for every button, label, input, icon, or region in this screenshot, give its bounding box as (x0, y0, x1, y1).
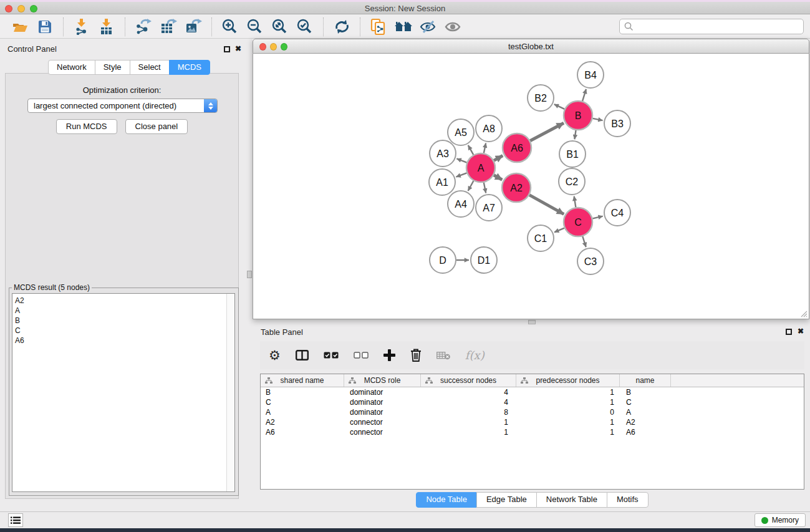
result-item[interactable]: B (12, 316, 234, 326)
control-panel-float-icon[interactable] (224, 46, 230, 52)
show-all-icon[interactable] (441, 16, 466, 37)
zoom-fit-icon[interactable] (268, 16, 292, 37)
table-row[interactable]: Adominator80A (261, 407, 804, 417)
edge-A-A1[interactable] (456, 173, 467, 177)
result-item[interactable]: A6 (12, 336, 234, 346)
tab-select[interactable]: Select (130, 60, 170, 75)
export-network-icon[interactable] (131, 16, 156, 37)
graph-node-C1[interactable]: C1 (528, 225, 554, 251)
tab-style[interactable]: Style (95, 60, 130, 75)
graph-node-A7[interactable]: A7 (476, 195, 502, 221)
split-view-icon[interactable] (296, 345, 309, 366)
tab-network[interactable]: Network (48, 60, 95, 75)
vertical-splitter-handle[interactable] (247, 271, 252, 278)
edge-C-C4[interactable] (592, 216, 602, 219)
edge-A-A2[interactable] (494, 175, 502, 180)
tab-network-table[interactable]: Network Table (536, 492, 607, 508)
unselect-all-icon[interactable] (354, 345, 369, 366)
graph-node-B4[interactable]: B4 (577, 62, 604, 88)
export-image-icon[interactable] (181, 16, 206, 37)
edge-A-A5[interactable] (468, 145, 474, 155)
graph-node-C3[interactable]: C3 (577, 248, 604, 274)
tab-edge-table[interactable]: Edge Table (476, 492, 537, 508)
zoom-in-icon[interactable] (218, 16, 243, 37)
edge-C-C3[interactable] (582, 236, 586, 247)
run-mcds-button[interactable]: Run MCDS (56, 119, 117, 134)
graph-node-B2[interactable]: B2 (528, 85, 554, 111)
edge-A6-B[interactable] (530, 123, 564, 141)
edge-C-C1[interactable] (554, 228, 564, 233)
graph-node-C[interactable]: C (564, 208, 592, 236)
horizontal-splitter-handle[interactable] (528, 320, 536, 324)
criterion-select[interactable]: largest connected component (directed) (27, 99, 218, 113)
zoom-out-icon[interactable] (243, 16, 268, 37)
memory-button[interactable]: Memory (755, 513, 806, 527)
hide-selected-icon[interactable] (416, 16, 441, 37)
add-column-icon[interactable] (383, 345, 395, 366)
copy-network-icon[interactable] (366, 16, 391, 37)
graph-node-A[interactable]: A (466, 153, 495, 182)
table-row[interactable]: Bdominator41B (261, 387, 804, 397)
graph-node-A1[interactable]: A1 (429, 169, 455, 195)
edge-A-A6[interactable] (494, 156, 503, 161)
column-header-name[interactable]: name (620, 374, 671, 387)
resize-grip[interactable] (799, 309, 808, 317)
result-item[interactable]: A2 (12, 296, 234, 306)
refresh-layout-icon[interactable] (329, 16, 354, 37)
edge-A-A4[interactable] (468, 181, 474, 191)
import-table-icon[interactable] (94, 16, 119, 37)
table-row[interactable]: A2connector11A2 (261, 417, 804, 427)
edge-C-C2[interactable] (574, 196, 576, 208)
close-panel-button[interactable]: Close panel (125, 119, 188, 134)
graph-node-A5[interactable]: A5 (448, 119, 474, 145)
graph-node-D1[interactable]: D1 (471, 247, 497, 273)
tab-motifs[interactable]: Motifs (607, 492, 648, 508)
zoom-selected-icon[interactable] (292, 16, 317, 37)
edge-A2-C[interactable] (529, 195, 564, 215)
control-panel-close-icon[interactable]: ✖ (235, 46, 241, 52)
graph-node-A3[interactable]: A3 (430, 140, 456, 167)
table-row[interactable]: Cdominator41C (261, 397, 804, 407)
graph-node-B3[interactable]: B3 (604, 110, 630, 137)
search-input[interactable] (637, 22, 803, 31)
column-header-predecessor-nodes[interactable]: predecessor nodes (516, 374, 620, 387)
graph-node-C4[interactable]: C4 (604, 200, 630, 226)
result-item[interactable]: A (12, 306, 234, 316)
result-item[interactable]: C (12, 326, 234, 336)
graph-node-A8[interactable]: A8 (476, 115, 502, 142)
search-field[interactable] (619, 19, 804, 34)
table-header-row[interactable]: shared nameMCDS rolesuccessor nodesprede… (261, 374, 804, 387)
column-header-MCDS-role[interactable]: MCDS role (344, 374, 421, 387)
edge-B-B1[interactable] (574, 130, 576, 139)
graph-node-A4[interactable]: A4 (448, 191, 474, 217)
gear-icon[interactable]: ⚙ (269, 345, 281, 366)
graph-node-B1[interactable]: B1 (559, 141, 586, 167)
column-header-shared-name[interactable]: shared name (261, 374, 344, 387)
graph-node-A6[interactable]: A6 (503, 133, 531, 162)
result-scrollbar[interactable] (226, 294, 234, 491)
edge-A-A3[interactable] (456, 158, 466, 162)
tab-node-table[interactable]: Node Table (416, 492, 477, 508)
edge-B-B4[interactable] (582, 89, 586, 101)
table-panel-float-icon[interactable] (786, 329, 792, 335)
tab-mcds[interactable]: MCDS (169, 60, 210, 75)
save-session-icon[interactable] (32, 16, 57, 37)
column-header-successor-nodes[interactable]: successor nodes (421, 374, 516, 387)
main-titlebar[interactable]: Session: New Session (0, 2, 810, 14)
table-row[interactable]: A6connector11A6 (261, 427, 804, 437)
select-all-icon[interactable] (324, 345, 339, 366)
edge-B-B2[interactable] (554, 104, 565, 109)
graph-node-A2[interactable]: A2 (502, 173, 531, 202)
edge-B-B3[interactable] (593, 118, 603, 120)
network-window-titlebar[interactable]: testGlobe.txt (253, 39, 809, 54)
export-table-icon[interactable] (156, 16, 181, 37)
edge-A-A7[interactable] (484, 183, 486, 193)
graph-node-B[interactable]: B (564, 101, 592, 130)
network-canvas[interactable]: B4B2BB3A8A5A6A3B1AA1C2A2A4A7C4CC1DC3D1 (253, 54, 809, 319)
home-icon[interactable] (391, 16, 416, 37)
delete-column-icon[interactable] (410, 345, 422, 366)
graph-node-C2[interactable]: C2 (559, 168, 585, 195)
edge-A-A8[interactable] (484, 143, 486, 153)
open-session-icon[interactable] (7, 16, 32, 37)
graph-node-D[interactable]: D (430, 247, 456, 273)
